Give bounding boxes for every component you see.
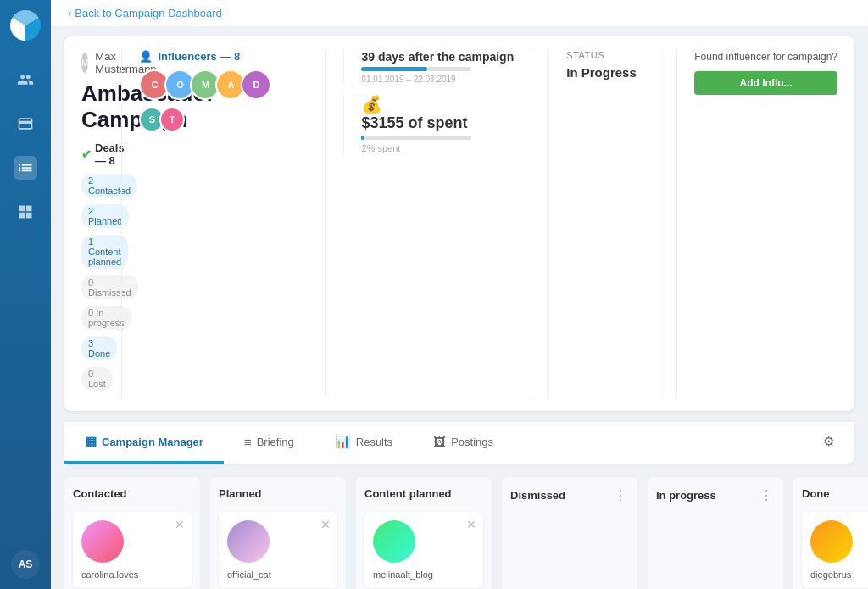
badge-dismissed: 0 Dismissed [81, 275, 138, 299]
influencers-section: 👤 Influencers — 8 C O M A D S T [139, 50, 309, 397]
close-button-carolina[interactable]: ✕ [175, 519, 185, 531]
inf-card-melina: ✕ melinaalt_blog [364, 512, 483, 588]
inf-avatar-7: T [159, 107, 185, 132]
check-icon: ✔ [81, 147, 92, 161]
influencers-label: 👤 Influencers — 8 [139, 50, 309, 63]
kanban-col-content: Content planned ✕ melinaalt_blog [356, 477, 492, 589]
campaign-owner: M Max Mustermann [81, 50, 104, 75]
money-icon: 💰 [361, 95, 382, 114]
chevron-left-icon: ‹ [68, 7, 71, 19]
owner-avatar: M [81, 53, 88, 73]
badge-inprogress: 0 In progress [81, 306, 131, 330]
campaign-main: M Max Mustermann Ambassador Campaign ✔ D… [81, 50, 104, 397]
campaign-stats: 39 days after the campaign 01.01.2019 – … [343, 50, 514, 397]
settings-icon: ⚙ [823, 434, 834, 449]
badge-contacted: 2 Contacted [81, 174, 137, 197]
status-section: STATUS In Progress [548, 50, 642, 397]
kanban-col-contacted: Contacted ✕ carolina.loves ✕ coconstans [64, 477, 200, 589]
col-header-content: Content planned [364, 487, 483, 500]
person-icon: 👤 [139, 50, 153, 63]
badge-done: 3 Done [81, 336, 117, 360]
kanban-board: Contacted ✕ carolina.loves ✕ coconstans [51, 464, 868, 589]
close-button-official-cat[interactable]: ✕ [320, 519, 331, 531]
col-header-done: Done [802, 487, 868, 500]
close-button-melina[interactable]: ✕ [466, 519, 476, 531]
kanban-col-done: Done diegobrus sophietta [793, 477, 868, 589]
sidebar-item-people[interactable] [14, 68, 37, 92]
inf-avatar-carolina [81, 520, 124, 563]
divider-3 [531, 50, 531, 397]
dismissed-menu-icon[interactable]: ⋮ [614, 487, 629, 503]
col-header-contacted: Contacted [73, 487, 192, 500]
inf-avatar-diegobrus [810, 520, 853, 563]
sidebar-item-grid[interactable] [14, 200, 37, 224]
col-header-inprogress: In progress ⋮ [656, 487, 775, 503]
days-progress-fill [361, 67, 427, 71]
campaign-card: M Max Mustermann Ambassador Campaign ✔ D… [64, 36, 854, 411]
spent-progress-bar [361, 136, 471, 140]
manager-icon: ▦ [85, 434, 97, 449]
results-icon: 📊 [335, 434, 351, 449]
spent-progress-fill [361, 136, 364, 140]
badge-lost: 0 Lost [81, 367, 113, 391]
app-logo[interactable] [10, 10, 41, 41]
topbar: ‹ Back to Campaign Dashboard [51, 0, 868, 26]
postings-icon: 🖼 [433, 435, 446, 449]
sidebar-item-chart[interactable] [14, 156, 37, 180]
col-header-planned: Planned [219, 487, 337, 500]
card-top: ✕ [373, 520, 475, 563]
days-progress-bar [361, 67, 471, 71]
user-avatar[interactable]: AS [11, 550, 40, 579]
deals-label: ✔ Deals — 8 [81, 142, 125, 167]
card-top: ✕ [227, 520, 329, 563]
card-top: ✕ [81, 520, 183, 563]
tab-settings[interactable]: ⚙ [803, 422, 854, 464]
divider-2 [326, 50, 326, 397]
inf-card-official-cat: ✕ official_cat [219, 512, 337, 588]
kanban-col-dismissed: Dismissed ⋮ [502, 477, 637, 589]
divider-1 [121, 50, 122, 397]
inprogress-menu-icon[interactable]: ⋮ [760, 487, 775, 503]
sidebar-item-card[interactable] [14, 112, 37, 136]
deals-row: ✔ Deals — 8 [81, 142, 104, 167]
col-header-dismissed: Dismissed ⋮ [510, 487, 629, 503]
card-top [810, 520, 868, 563]
money-stat: 💰 $3155 of spent 2% spent [343, 94, 514, 153]
add-influencer-button[interactable]: Add Influ... [694, 71, 837, 95]
tab-results[interactable]: 📊 Results [314, 422, 413, 464]
tabs-bar: ▦ Campaign Manager ≡ Briefing 📊 Results … [64, 421, 854, 464]
badges-row-2: 3 Done 0 Lost [81, 336, 104, 391]
back-link[interactable]: ‹ Back to Campaign Dashboard [68, 7, 222, 19]
kanban-col-planned: Planned ✕ official_cat ✕ albamiro1 [210, 477, 346, 589]
add-influencer-section: Found influencer for campaign? Add Influ… [676, 50, 837, 397]
influencer-avatars-bottom: S T [139, 107, 309, 132]
divider-4 [659, 50, 659, 397]
inf-card-carolina: ✕ carolina.loves [73, 512, 192, 588]
tab-briefing[interactable]: ≡ Briefing [224, 422, 314, 464]
days-stat: 39 days after the campaign 01.01.2019 – … [343, 50, 514, 84]
main-content: ‹ Back to Campaign Dashboard M Max Muste… [51, 0, 868, 589]
campaign-title: Ambassador Campaign [81, 81, 104, 133]
inf-avatar-official-cat [227, 520, 270, 563]
sidebar: AS [0, 0, 51, 589]
inf-avatar-melina [373, 520, 415, 563]
briefing-icon: ≡ [244, 435, 252, 449]
inf-avatar-5: D [241, 69, 271, 100]
inf-card-diegobrus: diegobrus [802, 512, 868, 588]
tab-postings[interactable]: 🖼 Postings [413, 422, 514, 464]
influencer-avatars-top: C O M A D [139, 69, 309, 100]
badges-row: 2 Contacted 2 Planned 1 Content planned … [81, 174, 104, 330]
tab-campaign-manager[interactable]: ▦ Campaign Manager [64, 422, 224, 464]
kanban-col-inprogress: In progress ⋮ [648, 477, 783, 589]
